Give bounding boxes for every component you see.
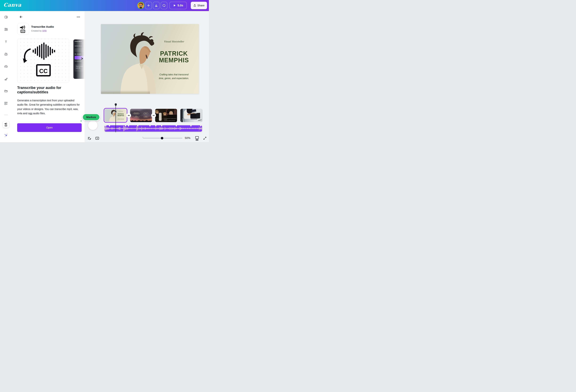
transition-button-2[interactable] [151,113,156,118]
screenshot-generated-label: Your generate [75,60,82,62]
zoom-slider-knob[interactable] [161,137,163,140]
pages-view-button[interactable] [195,136,200,141]
transition-bowtie-icon [152,114,155,117]
icon-rail: T co [0,11,12,142]
user-avatar[interactable] [137,2,144,9]
award-laurels: THE LUSANNE INTERNATIONAL FILM FESTIVAL … [131,112,151,118]
projects-icon [4,89,8,93]
playhead-pin-icon [115,103,117,106]
audio-track[interactable] [104,125,202,132]
create-design-button[interactable] [145,2,152,9]
sidebar-item-design[interactable] [3,14,9,20]
sparkle-icon [4,133,8,137]
app-description-body: Generates a transcription text from your… [17,98,81,115]
sidebar-item-elements[interactable] [3,26,9,33]
draw-icon [4,77,8,81]
play-window-icon [95,136,99,140]
timeline-clip-3[interactable]: From intimate tales to cinematic epics, … [155,109,177,122]
sidebar-item-draw[interactable] [3,76,9,82]
design-canvas-page[interactable]: Visual Storyteller PATRICKMEMPHIS Crafti… [101,24,199,94]
sidebar-item-projects[interactable] [3,88,9,94]
transition-bowtie-icon [128,114,130,117]
fullscreen-button[interactable] [202,136,207,140]
back-button[interactable] [18,14,24,20]
more-options-button[interactable] [76,14,81,20]
comments-button[interactable] [161,2,167,9]
bar-chart-icon [154,4,158,7]
zoom-level-label: 50% [185,136,190,140]
app-icon-card: CC [17,23,29,35]
screenshot-upload-label: Upload your a [75,45,82,47]
svg-text:CC: CC [22,30,24,32]
clip-caption: From intimate tales to cinematic epics, … [164,118,177,121]
upload-cloud-icon [75,53,76,55]
timeline-clip-4[interactable] [180,109,202,122]
transition-button-1[interactable] [126,113,131,118]
utility-pole [150,115,150,120]
duration-label: 5.0s [177,4,183,7]
screenshot-transcribe-button [75,56,85,59]
screenshot-file-row: example [75,53,81,55]
active-app-transcribe-audio[interactable]: CC [3,121,9,128]
carousel-next-button[interactable]: > [81,56,83,61]
audio-waveform [105,125,202,132]
sidebar-item-text[interactable]: T [3,38,9,45]
back-arrow-icon [19,15,23,19]
collaborator-cursor-icon [78,119,83,124]
comment-icon [162,4,166,7]
notes-button[interactable] [87,136,92,141]
grid-view-icon [195,136,199,141]
canvas-eyebrow-text[interactable]: Visual Storyteller [152,40,196,43]
app-screenshot-carousel-item[interactable]: Transcribe A Upload your a example Your … [73,39,85,79]
svg-text:CC: CC [39,68,48,74]
playhead-line[interactable] [115,106,116,132]
plus-icon [147,4,150,7]
svg-text:CC: CC [5,125,6,126]
screenshot-title: Transcribe A [75,41,82,42]
app-title: Transcribe Audio [31,25,54,28]
timeline-clip-2[interactable]: THE LUSANNE INTERNATIONAL FILM FESTIVAL … [130,109,152,122]
canva-editor: Canva 5.0s [0,0,209,142]
avatar-image [138,2,144,9]
insights-button[interactable] [153,2,160,9]
collaborator-name-pill: Markus [82,113,100,121]
notes-pencil-icon [87,136,91,140]
app-description-heading: Transcribe your audio for captions/subti… [17,86,74,95]
expand-icon [203,136,207,140]
share-button[interactable]: Share [191,2,207,9]
collaborator-bubble [88,121,97,130]
author-link[interactable]: SRB [42,30,47,32]
design-icon [4,15,8,19]
playhead-handle[interactable] [115,103,117,107]
svg-text:co: co [5,54,7,55]
play-button[interactable]: 5.0s [170,2,187,9]
svg-text:T: T [5,40,7,43]
app-preview-card: CC [17,39,69,83]
canvas-subtitle-text[interactable]: Crafting tales that transcendtime, genre… [152,73,196,80]
share-label: Share [198,4,204,7]
play-icon [173,4,176,7]
sidebar-item-apps[interactable] [3,100,9,107]
brand-icon: co [4,52,8,56]
elements-icon [4,28,8,31]
screenshot-upload-field [75,48,85,52]
apps-icon [4,102,8,105]
canva-assistant-button[interactable] [2,132,9,139]
uploads-icon [4,64,8,68]
app-panel: CC Transcribe Audio Created by SRB [12,11,85,142]
top-bar: Canva 5.0s [0,0,209,11]
presenter-view-button[interactable] [95,136,100,141]
caption-line [155,119,164,119]
canva-logo[interactable]: Canva [3,2,21,8]
editor-stage: Visual Storyteller PATRICKMEMPHIS Crafti… [85,11,209,142]
canvas-title-text[interactable]: PATRICKMEMPHIS [152,50,196,63]
rail-divider [4,115,8,115]
open-app-button[interactable]: Open [17,123,82,132]
app-byline: Created by SRB [31,30,47,32]
audio-to-captions-illustration: CC [17,39,69,83]
sidebar-item-brand[interactable]: co [3,51,9,57]
transcribe-audio-app-icon: CC [19,25,27,33]
text-icon: T [4,40,8,44]
share-icon [193,4,196,7]
sidebar-item-uploads[interactable] [3,63,9,70]
